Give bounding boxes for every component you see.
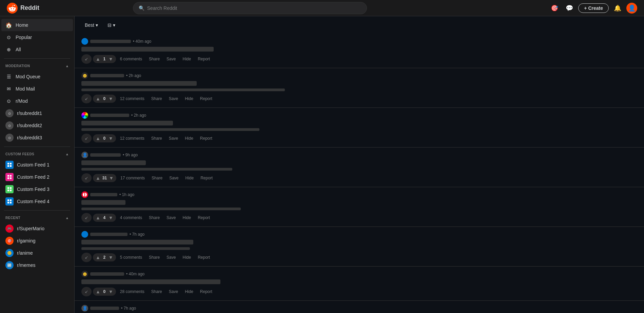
post-7-save[interactable]: Save (166, 288, 181, 295)
post-6-downvote[interactable]: ▼ (108, 254, 114, 261)
post-5-award-btn[interactable]: ↙ (81, 213, 92, 222)
user-avatar[interactable]: 👤 (626, 3, 637, 14)
post-5-upvote[interactable]: ▲ (95, 214, 101, 221)
post-4-time: • 9h ago (123, 153, 138, 157)
post-7-upvote[interactable]: ▲ (95, 288, 101, 295)
notifications-button[interactable]: 🔔 (611, 2, 624, 14)
post-7-share[interactable]: Share (149, 288, 165, 295)
post-5-vote-area: ▲ 4 ▼ (93, 214, 116, 222)
streaks-button[interactable]: 🎯 (548, 2, 561, 14)
sidebar-mod-sub1[interactable]: ⊙ r/subreddit1 ☆ (1, 107, 73, 119)
moderation-section-header[interactable]: MODERATION ▲ (1, 61, 73, 71)
sidebar-recent-3[interactable]: 😊 r/anime ☆ (1, 247, 73, 259)
search-input[interactable] (147, 5, 361, 11)
post-7-time: • 40m ago (126, 272, 144, 276)
post-5-share[interactable]: Share (146, 214, 162, 221)
post-4-report[interactable]: Report (198, 174, 215, 182)
post-1-comments[interactable]: 6 comments (117, 55, 145, 63)
post-6-save[interactable]: Save (164, 254, 178, 261)
sidebar-item-mod-queue[interactable]: ☰ Mod Queue (1, 71, 73, 83)
svg-rect-9 (7, 187, 9, 189)
reddit-logo[interactable]: Reddit (7, 3, 39, 14)
post-7-comments[interactable]: 28 comments (117, 288, 147, 295)
post-2-award-btn[interactable]: ↙ (81, 94, 92, 103)
sidebar-recent-2[interactable]: 🎯 r/gaming ☆ (1, 235, 73, 247)
post-7-vote-area: ▲ 0 ▼ (93, 288, 116, 296)
post-2-image-bar (81, 89, 285, 91)
post-6-upvote[interactable]: ▲ (95, 254, 101, 261)
custom-feeds-section-header[interactable]: CUSTOM FEEDS ▲ (1, 150, 73, 159)
post-2-report[interactable]: Report (197, 95, 215, 102)
sidebar-recent-1[interactable]: 🎮 r/SuperMario ☆ (1, 222, 73, 235)
post-6-hide[interactable]: Hide (180, 254, 194, 261)
post-4-share[interactable]: Share (149, 174, 165, 182)
sidebar-cf3[interactable]: Custom Feed 3 ☆ (1, 183, 73, 195)
sidebar-item-all[interactable]: ⊕ All (1, 43, 73, 56)
post-1-save[interactable]: Save (164, 55, 178, 63)
post-6-meta: • 7h ago (81, 231, 637, 238)
view-button[interactable]: ⊟ ▾ (104, 20, 119, 30)
post-6-report[interactable]: Report (195, 254, 213, 261)
post-5-report[interactable]: Report (195, 214, 213, 221)
post-1-downvote[interactable]: ▼ (108, 56, 114, 62)
sidebar-mod-sub3[interactable]: ⊙ r/subreddit3 ☆ (1, 132, 73, 144)
search-bar[interactable]: 🔍 (133, 2, 367, 14)
post-4-hide[interactable]: Hide (183, 174, 197, 182)
post-5-comments[interactable]: 4 comments (117, 214, 145, 221)
post-3-award-btn[interactable]: ↙ (81, 134, 92, 143)
post-6-comments[interactable]: 5 comments (117, 254, 145, 261)
post-6-award-btn[interactable]: ↙ (81, 253, 92, 262)
post-7-hide[interactable]: Hide (182, 288, 196, 295)
sidebar-recent-4[interactable]: 🆙 r/memes ☆ (1, 259, 73, 271)
svg-rect-15 (7, 202, 9, 203)
post-3-downvote[interactable]: ▼ (108, 135, 114, 142)
post-1-upvote[interactable]: ▲ (95, 56, 101, 62)
create-button[interactable]: + Create (578, 3, 609, 13)
post-5-save[interactable]: Save (164, 214, 178, 221)
post-7-downvote[interactable]: ▼ (108, 288, 114, 295)
post-3-hide[interactable]: Hide (182, 135, 196, 142)
svg-rect-3 (7, 165, 9, 167)
post-2-downvote[interactable]: ▼ (108, 95, 114, 102)
sidebar-mod-sub2[interactable]: ⊙ r/subreddit2 ☆ (1, 119, 73, 132)
post-2-save[interactable]: Save (166, 95, 181, 102)
post-7-report[interactable]: Report (197, 288, 215, 295)
post-1-share[interactable]: Share (146, 55, 162, 63)
post-3-upvote[interactable]: ▲ (95, 135, 101, 142)
post-6-share[interactable]: Share (146, 254, 162, 261)
post-2-upvote[interactable]: ▲ (95, 95, 101, 102)
view-chevron: ▾ (113, 22, 115, 28)
post-4-upvote[interactable]: ▲ (95, 175, 101, 181)
post-6-title (81, 240, 193, 244)
svg-rect-8 (10, 177, 12, 179)
post-4-save[interactable]: Save (167, 174, 181, 182)
post-4-downvote[interactable]: ▼ (108, 175, 114, 181)
post-3-report[interactable]: Report (197, 135, 215, 142)
post-4-comments[interactable]: 17 comments (118, 174, 148, 182)
post-5-downvote[interactable]: ▼ (108, 214, 114, 221)
post-2-hide[interactable]: Hide (182, 95, 196, 102)
sidebar-item-mod-mail[interactable]: ✉ Mod Mail (1, 83, 73, 95)
sidebar-item-r-mod[interactable]: ⊙ r/Mod (1, 95, 73, 107)
recent-section-header[interactable]: RECENT ▲ (1, 213, 73, 222)
chat-button[interactable]: 💬 (563, 2, 575, 14)
sort-button[interactable]: Best ▾ (81, 20, 101, 30)
sidebar-cf4[interactable]: Custom Feed 4 ☆ (1, 195, 73, 208)
post-1-hide[interactable]: Hide (180, 55, 194, 63)
post-2-comments[interactable]: 12 comments (117, 95, 147, 102)
post-1-award-btn[interactable]: ↙ (81, 54, 92, 64)
post-2-share[interactable]: Share (149, 95, 165, 102)
custom-feeds-title: CUSTOM FEEDS (5, 152, 34, 156)
cf4-label: Custom Feed 4 (17, 199, 63, 204)
sidebar-cf1[interactable]: Custom Feed 1 ☆ (1, 159, 73, 171)
post-3-comments[interactable]: 12 comments (117, 135, 147, 142)
sidebar-item-popular[interactable]: ⊙ Popular (1, 31, 73, 43)
post-7-award-btn[interactable]: ↙ (81, 287, 92, 296)
sidebar-cf2[interactable]: Custom Feed 2 ☆ (1, 171, 73, 183)
post-1-report[interactable]: Report (195, 55, 213, 63)
post-5-hide[interactable]: Hide (180, 214, 194, 221)
post-3-share[interactable]: Share (149, 135, 165, 142)
post-3-save[interactable]: Save (166, 135, 181, 142)
post-4-award-btn[interactable]: ↙ (81, 173, 92, 183)
sidebar-item-home[interactable]: 🏠 Home (1, 19, 73, 31)
